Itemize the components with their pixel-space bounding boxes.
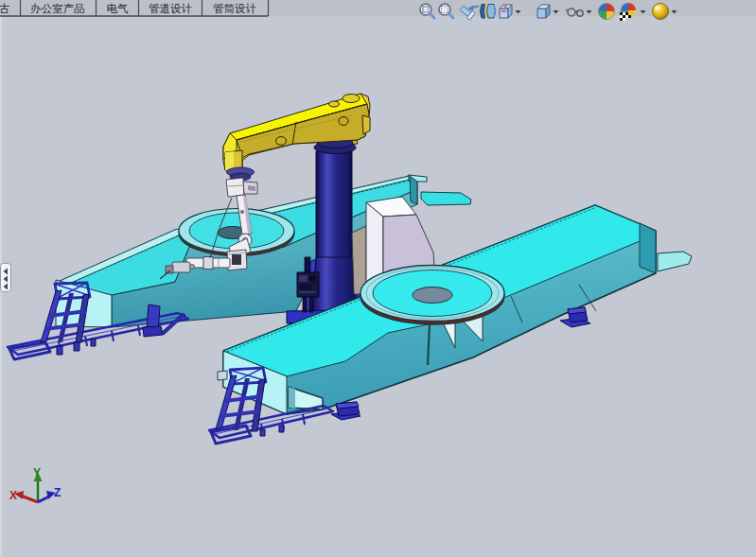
svg-text:管道设计: 管道设计: [149, 3, 193, 14]
svg-text:Z: Z: [54, 486, 61, 499]
svg-text:管筒设计: 管筒设计: [213, 3, 257, 14]
svg-text:Y: Y: [33, 466, 41, 479]
svg-text:古: 古: [0, 3, 10, 14]
svg-text:电气: 电气: [107, 3, 129, 14]
svg-text:办公室产品: 办公室产品: [30, 3, 85, 14]
svg-text:X: X: [9, 489, 17, 502]
